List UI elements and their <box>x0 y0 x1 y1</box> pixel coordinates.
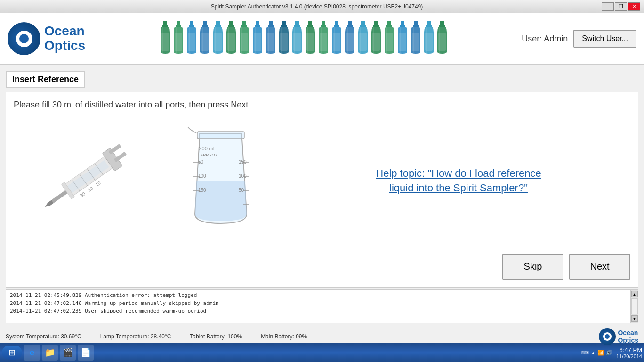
status-bar: System Temperature: 30.69°C Lamp Tempera… <box>0 329 644 343</box>
time-display: 6:47 PM <box>616 346 642 354</box>
title-bar-text: Spirit Sampler Authenticator v3.1.4.0 (d… <box>32 3 602 10</box>
svg-rect-15 <box>255 25 260 27</box>
svg-rect-18 <box>282 21 286 25</box>
content-area: Insert Reference Please fill 30 ml of di… <box>0 65 644 329</box>
scroll-down-button[interactable]: ▼ <box>631 315 638 322</box>
main-battery-value: 99% <box>296 333 307 340</box>
tray-network-icon: 📶 <box>597 350 604 356</box>
log-text: 2014-11-21 02:45:49.829 Authentication e… <box>6 290 630 323</box>
next-button[interactable]: Next <box>569 254 630 280</box>
svg-rect-5 <box>189 25 194 27</box>
bottle-3 <box>199 21 211 57</box>
ocean-optics-small-logo: Ocean Optics <box>599 328 638 345</box>
bottle-4 <box>212 21 224 57</box>
close-button[interactable]: ✕ <box>628 2 640 11</box>
clock: 6:47 PM 11/20/2014 <box>616 346 642 359</box>
svg-rect-35 <box>386 25 392 27</box>
log-line: 2014-11-21 02:47:02.146 Warming-up perio… <box>10 300 627 308</box>
svg-rect-32 <box>374 21 378 25</box>
svg-rect-12 <box>242 21 246 25</box>
bottle-14 <box>344 21 356 57</box>
svg-rect-13 <box>242 25 247 27</box>
bottle-1 <box>172 21 185 57</box>
ocean-optics-logo-icon <box>8 22 40 55</box>
svg-rect-11 <box>228 25 234 27</box>
svg-text:10: 10 <box>94 180 102 187</box>
main-battery-label: Main Battery: 99% <box>261 333 307 340</box>
svg-rect-29 <box>347 25 353 27</box>
help-link[interactable]: Help topic: "How do I load referenceliqu… <box>376 166 541 196</box>
svg-rect-33 <box>373 25 379 27</box>
svg-text:100: 100 <box>239 173 247 179</box>
syringe-area: 30 20 10 <box>14 139 155 223</box>
bottle-10 <box>291 21 303 57</box>
svg-rect-10 <box>229 21 233 25</box>
svg-rect-6 <box>203 21 207 25</box>
bottle-8 <box>265 21 277 57</box>
log-line: 2014-11-21 02:45:49.829 Authentication e… <box>10 292 627 300</box>
logo-area: Ocean Optics <box>8 22 85 55</box>
svg-rect-4 <box>190 21 193 25</box>
svg-rect-0 <box>163 21 167 25</box>
svg-rect-31 <box>360 25 366 27</box>
svg-rect-43 <box>439 25 445 27</box>
minimize-button[interactable]: − <box>602 2 614 11</box>
taskbar-folder-icon[interactable]: 📁 <box>42 345 58 361</box>
taskbar-ie-icon[interactable]: e <box>24 345 40 361</box>
taskbar-media-icon[interactable]: 🎬 <box>60 345 76 361</box>
instruction-text: Please fill 30 ml of distilled water int… <box>14 100 630 110</box>
logo-ocean: Ocean <box>44 24 85 39</box>
switch-user-button[interactable]: Switch User... <box>573 30 636 48</box>
svg-rect-20 <box>295 21 299 25</box>
bottle-11 <box>304 21 316 57</box>
tablet-battery-value: 100% <box>227 333 242 340</box>
bottle-13 <box>330 21 343 57</box>
svg-text:50: 50 <box>239 188 244 193</box>
bottle-7 <box>251 21 264 57</box>
svg-rect-59 <box>197 132 244 139</box>
svg-rect-41 <box>426 25 432 27</box>
restore-button[interactable]: ❐ <box>615 2 627 11</box>
images-row: 30 20 10 <box>14 117 630 244</box>
tablet-battery-label: Tablet Battery: 100% <box>190 333 242 340</box>
logo-text: Ocean Optics <box>44 24 85 53</box>
user-label: User: Admin <box>522 34 568 44</box>
bottle-15 <box>357 21 369 57</box>
main-panel: Please fill 30 ml of distilled water int… <box>6 92 638 288</box>
status-items: System Temperature: 30.69°C Lamp Tempera… <box>6 333 599 340</box>
syringe-image: 30 20 10 <box>18 139 150 223</box>
svg-rect-22 <box>308 21 312 25</box>
bottle-0 <box>159 21 171 57</box>
start-button[interactable]: ⊞ <box>2 346 22 360</box>
svg-rect-37 <box>400 25 405 27</box>
bottle-2 <box>185 21 198 57</box>
svg-rect-9 <box>215 25 221 27</box>
svg-rect-40 <box>427 21 431 25</box>
tray-up-icon[interactable]: ▲ <box>591 350 596 355</box>
svg-rect-23 <box>307 25 313 27</box>
date-display: 11/20/2014 <box>616 354 642 359</box>
lamp-temp-value: 28.40°C <box>151 333 171 340</box>
log-line: 2014-11-21 02:47:02.239 User skipped rec… <box>10 307 627 315</box>
svg-rect-38 <box>414 21 418 25</box>
skip-button[interactable]: Skip <box>502 254 564 280</box>
log-scrollbar: ▲ ▼ <box>630 290 638 323</box>
svg-rect-1 <box>162 25 168 27</box>
oo-logo-small-icon <box>599 328 616 345</box>
svg-rect-21 <box>294 25 300 27</box>
log-area: 2014-11-21 02:45:49.829 Authentication e… <box>6 289 638 323</box>
svg-rect-7 <box>202 25 208 27</box>
svg-rect-3 <box>176 25 181 27</box>
bottle-12 <box>317 21 330 57</box>
scroll-track[interactable] <box>631 298 638 314</box>
scroll-up-button[interactable]: ▲ <box>631 291 638 297</box>
svg-text:30: 30 <box>79 190 87 198</box>
taskbar-doc-icon[interactable]: 📄 <box>78 345 94 361</box>
svg-rect-2 <box>177 21 180 25</box>
app-window: Ocean Optics <box>0 13 644 343</box>
bottle-17 <box>383 21 395 57</box>
tray-icons: ⌨ ▲ 📶 🔊 <box>581 350 612 356</box>
buttons-row: Skip Next <box>14 250 630 280</box>
svg-rect-8 <box>216 21 220 25</box>
section-header: Insert Reference <box>6 71 85 88</box>
